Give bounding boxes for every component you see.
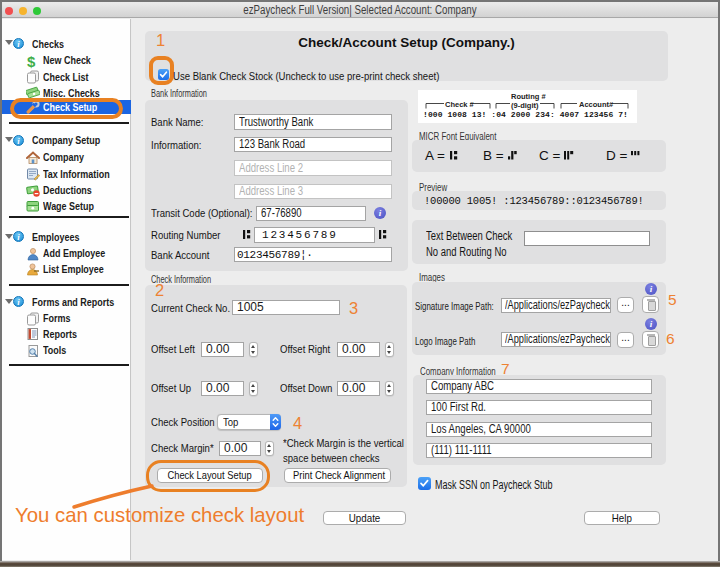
svg-text:Check #: Check # <box>445 100 475 109</box>
svg-text:!000 1008 13! :04 2000 234: 40: !000 1008 13! :04 2000 234: 4007 123456 … <box>423 110 628 119</box>
svg-text:Account#: Account# <box>579 100 614 109</box>
svg-text:(9-digit): (9-digit) <box>511 101 539 110</box>
